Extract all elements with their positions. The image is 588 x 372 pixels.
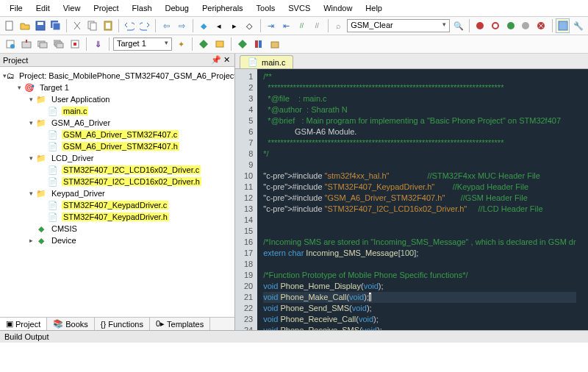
tree-cmsis[interactable]: ◆CMSIS [1, 223, 233, 235]
menu-file[interactable]: File [3, 1, 29, 15]
pin-button[interactable]: 📌 [211, 55, 221, 65]
breakpoint-button[interactable] [489, 18, 503, 33]
circle-x-icon [536, 21, 546, 31]
bookmark-clear-button[interactable]: ◇ [243, 18, 257, 33]
folder-icon: 📁 [35, 94, 47, 104]
menu-tools[interactable]: Tools [250, 1, 282, 15]
find-combo[interactable]: GSM_Clear [347, 19, 450, 32]
batch-build-button[interactable] [51, 37, 66, 51]
tree-file-lcd-h[interactable]: 📄STM32F407_I2C_LCD16x02_Driver.h [1, 176, 233, 187]
outdent-button[interactable]: ⇤ [279, 18, 293, 33]
folder-open-icon [20, 21, 30, 31]
tree-root[interactable]: ▾🗂Project: Basic_MobilePhone_STM32F407_G… [1, 70, 233, 82]
tree-file-gsm-c[interactable]: 📄GSM_A6_Driver_STM32F407.c [1, 129, 233, 140]
batch-icon [54, 39, 64, 49]
translate-icon [5, 39, 15, 49]
bookmark-prev-icon: ◂ [217, 21, 221, 31]
code-editor[interactable]: 1234567891011121314151617181920212223242… [235, 69, 588, 330]
line-numbers: 1234567891011121314151617181920212223242… [235, 69, 257, 330]
translate-button[interactable] [3, 37, 18, 51]
menu-flash[interactable]: Flash [126, 1, 159, 15]
wrench-icon: 🔧 [573, 21, 584, 31]
download-button[interactable]: ⇓ [90, 37, 105, 51]
templates-tab-icon: 0▸ [156, 319, 165, 329]
pack-installer-button[interactable] [268, 37, 282, 51]
cut-icon [72, 21, 82, 31]
manage-components-button[interactable] [235, 37, 250, 51]
file-tab-main[interactable]: 📄main.c [240, 55, 293, 68]
build-output[interactable] [0, 343, 588, 372]
cut-button[interactable] [71, 18, 85, 33]
config-button[interactable]: 🔧 [571, 18, 585, 33]
undo-button[interactable] [123, 18, 137, 33]
target-select[interactable]: Target 1 [113, 37, 172, 51]
uncomment-button[interactable]: // [310, 18, 324, 33]
tab-functions[interactable]: {}Functions [95, 318, 150, 330]
tree-file-gsm-h[interactable]: 📄GSM_A6_Driver_STM32F407.h [1, 140, 233, 152]
menu-debug[interactable]: Debug [159, 1, 196, 15]
find-in-files-button[interactable]: 🔍 [451, 18, 465, 33]
tree-group-user-app[interactable]: ▾📁User Application [1, 93, 233, 105]
debug-button[interactable] [473, 18, 487, 33]
tab-project[interactable]: ▣Project [0, 318, 47, 330]
nav-fwd-button[interactable]: ⇨ [175, 18, 189, 33]
target-options-button[interactable]: ✦ [173, 37, 188, 51]
redo-button[interactable] [138, 18, 152, 33]
tab-books[interactable]: 📚Books [47, 318, 95, 330]
tree-group-keypad[interactable]: ▾📁Keypad_Driver [1, 187, 233, 199]
menu-project[interactable]: Project [87, 1, 125, 15]
books-button[interactable] [251, 37, 266, 51]
indent-button[interactable]: ⇥ [265, 18, 279, 33]
arrow-right-icon: ⇨ [179, 21, 185, 31]
tree-file-lcd-c[interactable]: 📄STM32F407_I2C_LCD16x02_Driver.c [1, 164, 233, 176]
disable-breakpoint-button[interactable] [519, 18, 533, 33]
find-button[interactable]: ⌕ [331, 18, 345, 33]
kill-breakpoints-button[interactable] [534, 18, 548, 33]
bookmark-button[interactable]: ◆ [197, 18, 211, 33]
rebuild-button[interactable] [35, 37, 50, 51]
menu-window[interactable]: Window [317, 1, 359, 15]
tree-file-main[interactable]: 📄main.c [1, 105, 233, 117]
bookmark-prev-button[interactable]: ◂ [212, 18, 226, 33]
open-button[interactable] [18, 18, 32, 33]
close-pane-button[interactable]: ✕ [221, 55, 232, 65]
save-all-button[interactable] [49, 18, 62, 33]
stop-icon [70, 39, 80, 49]
menu-peripherals[interactable]: Peripherals [196, 1, 250, 15]
menu-help[interactable]: Help [359, 1, 389, 15]
svg-point-9 [476, 22, 484, 29]
circle-green-icon [506, 21, 516, 31]
tree-target[interactable]: ▾🎯Target 1 [1, 82, 233, 93]
menu-edit[interactable]: Edit [29, 1, 57, 15]
tree-group-gsm[interactable]: ▾📁GSM_A6_Driver [1, 117, 233, 129]
c-file-icon: 📄 [47, 165, 59, 175]
find-files-icon: 🔍 [453, 21, 464, 31]
save-button[interactable] [33, 18, 47, 33]
bookmark-next-button[interactable]: ▸ [227, 18, 241, 33]
manage-rte-button[interactable] [196, 37, 211, 51]
copy-button[interactable] [86, 18, 100, 33]
main-area: Project 📌 ✕ ▾🗂Project: Basic_MobilePhone… [0, 54, 588, 330]
insert-breakpoint-button[interactable] [503, 18, 517, 33]
build-button[interactable] [19, 37, 34, 51]
new-file-button[interactable] [3, 18, 17, 33]
select-packs-button[interactable] [212, 37, 227, 51]
tree-file-kpd-c[interactable]: 📄STM32F407_KeypadDriver.c [1, 199, 233, 211]
build-output-header: Build Output [0, 330, 588, 343]
tab-templates[interactable]: 0▸Templates [150, 318, 210, 330]
functions-tab-icon: {} [101, 320, 106, 329]
tree-device[interactable]: ▸◆Device [1, 235, 233, 246]
tree-file-kpd-h[interactable]: 📄STM32F407_KeypadDriver.h [1, 211, 233, 223]
tree-group-lcd[interactable]: ▾📁LCD_Driver [1, 152, 233, 164]
window-button[interactable] [556, 18, 570, 33]
svg-rect-19 [40, 43, 47, 48]
comment-button[interactable]: // [295, 18, 309, 33]
project-tree[interactable]: ▾🗂Project: Basic_MobilePhone_STM32F407_G… [0, 67, 234, 317]
stop-build-button[interactable] [68, 37, 82, 51]
code-content[interactable]: /** ************************************… [257, 69, 576, 330]
menu-view[interactable]: View [57, 1, 87, 15]
svg-rect-4 [53, 23, 60, 30]
paste-button[interactable] [101, 18, 115, 33]
menu-svcs[interactable]: SVCS [282, 1, 317, 15]
nav-back-button[interactable]: ⇦ [159, 18, 173, 33]
